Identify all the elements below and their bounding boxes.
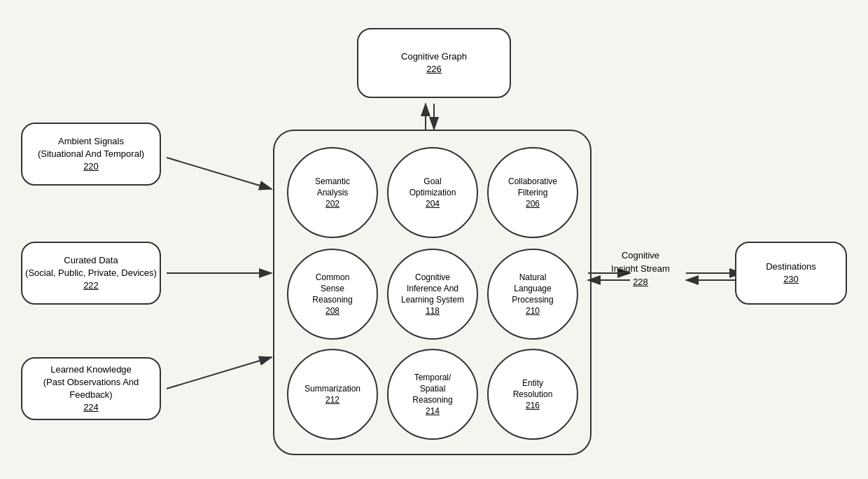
summarization-circle: Summarization 212 [287, 349, 378, 440]
cognitive-inference-num: 118 [426, 305, 440, 317]
cognitive-insight-num: 228 [633, 277, 648, 287]
cognitive-insight-label: CognitiveInsight Stream [611, 250, 670, 274]
temporal-spatial-label: Temporal/SpatialReasoning [412, 372, 452, 406]
goal-optimization-label: GoalOptimization [410, 176, 456, 198]
common-sense-circle: CommonSenseReasoning 208 [287, 249, 378, 340]
common-sense-label: CommonSenseReasoning [312, 272, 352, 306]
diagram: Cognitive Graph 226 Ambient Signals(Situ… [0, 0, 868, 479]
semantic-analysis-circle: SemanticAnalysis 202 [287, 147, 378, 238]
cognitive-inference-circle: CognitiveInference AndLearning System 11… [387, 249, 478, 340]
nlp-circle: NaturalLanguageProcessing 210 [487, 249, 578, 340]
collaborative-filtering-label: CollaborativeFiltering [508, 176, 557, 198]
ambient-signals-label: Ambient Signals(Situational And Temporal… [38, 135, 144, 160]
cognitive-inference-label: CognitiveInference AndLearning System [401, 272, 464, 306]
cognitive-graph-box: Cognitive Graph 226 [357, 28, 511, 98]
goal-optimization-circle: GoalOptimization 204 [387, 147, 478, 238]
entity-resolution-circle: EntityResolution 216 [487, 349, 578, 440]
svg-line-6 [167, 357, 272, 389]
nlp-num: 210 [526, 305, 540, 317]
learned-knowledge-num: 224 [83, 401, 99, 414]
cognitive-graph-num: 226 [426, 63, 442, 76]
collaborative-filtering-num: 206 [526, 198, 540, 209]
summarization-label: Summarization [304, 383, 360, 394]
svg-line-4 [167, 158, 272, 189]
destinations-box: Destinations 230 [735, 242, 847, 305]
collaborative-filtering-circle: CollaborativeFiltering 206 [487, 147, 578, 238]
nlp-label: NaturalLanguageProcessing [512, 272, 553, 306]
cognitive-insight-label-area: CognitiveInsight Stream 228 [598, 249, 682, 288]
semantic-analysis-num: 202 [326, 198, 340, 209]
entity-resolution-num: 216 [526, 400, 540, 411]
entity-resolution-label: EntityResolution [513, 377, 553, 400]
destinations-label: Destinations [766, 261, 816, 273]
semantic-analysis-label: SemanticAnalysis [315, 176, 350, 198]
learned-knowledge-box: Learned Knowledge(Past Observations And … [21, 357, 161, 420]
temporal-spatial-num: 214 [426, 405, 440, 417]
ambient-signals-box: Ambient Signals(Situational And Temporal… [21, 123, 161, 186]
destinations-num: 230 [783, 273, 799, 286]
learned-knowledge-label: Learned Knowledge(Past Observations And … [22, 363, 160, 402]
curated-data-num: 222 [83, 279, 99, 292]
common-sense-num: 208 [326, 305, 340, 317]
summarization-num: 212 [326, 394, 340, 405]
curated-data-label: Curated Data(Social, Public, Private, De… [25, 254, 157, 279]
cognitive-graph-label: Cognitive Graph [401, 50, 467, 63]
ambient-signals-num: 220 [83, 160, 99, 173]
temporal-spatial-circle: Temporal/SpatialReasoning 214 [387, 349, 478, 440]
goal-optimization-num: 204 [426, 198, 440, 209]
curated-data-box: Curated Data(Social, Public, Private, De… [21, 242, 161, 305]
